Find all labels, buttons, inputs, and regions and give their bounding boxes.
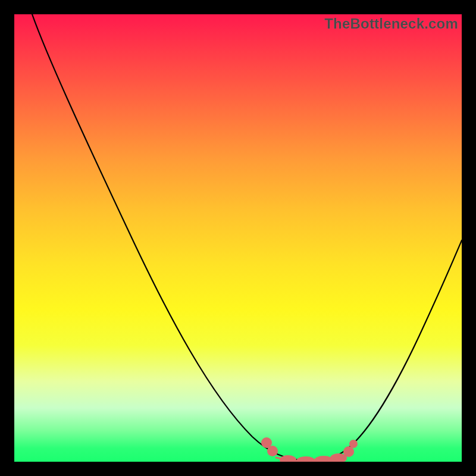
marker-dot bbox=[267, 446, 278, 456]
chart-plot-area: TheBottleneck.com bbox=[14, 14, 462, 462]
marker-group bbox=[261, 437, 358, 462]
curve-line bbox=[32, 14, 462, 461]
watermark-text: TheBottleneck.com bbox=[324, 15, 458, 32]
bottleneck-curve bbox=[14, 14, 462, 462]
marker-dot bbox=[349, 440, 358, 448]
